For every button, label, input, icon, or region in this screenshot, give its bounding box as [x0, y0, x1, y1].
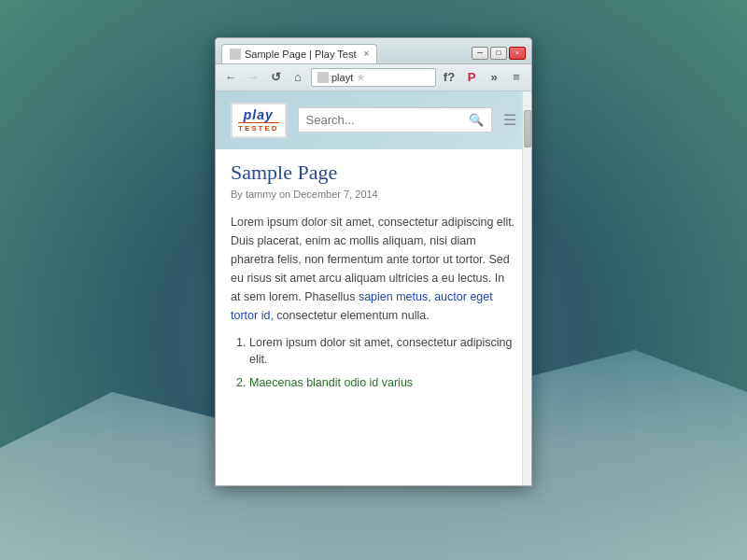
- hamburger-menu-icon[interactable]: ☰: [503, 111, 516, 129]
- title-bar: Sample Page | Play Test × ─ □ ×: [216, 38, 531, 64]
- scrollbar[interactable]: [522, 91, 531, 485]
- nav-bar: ← → ↺ ⌂ playt ★ f? P » ≡: [216, 64, 531, 91]
- search-bar[interactable]: 🔍: [298, 107, 492, 133]
- body-paragraph: Lorem ipsum dolor sit amet, consectetur …: [231, 213, 516, 325]
- page-favicon: [317, 72, 329, 83]
- window-controls: ─ □ ×: [472, 47, 526, 63]
- forward-button[interactable]: →: [244, 70, 262, 84]
- list-item: Maecenas blandit odio id varius: [249, 374, 516, 392]
- site-logo: play TESTED: [231, 103, 287, 138]
- tab-title: Sample Page | Play Test: [245, 49, 356, 60]
- page-meta: By tammy on December 7, 2014: [231, 189, 516, 200]
- font-button[interactable]: f?: [440, 70, 458, 84]
- menu-button[interactable]: ≡: [507, 70, 526, 84]
- minimize-button[interactable]: ─: [472, 47, 488, 60]
- close-button[interactable]: ×: [509, 47, 526, 60]
- maximize-button[interactable]: □: [490, 47, 507, 60]
- address-bar[interactable]: playt ★: [311, 68, 436, 87]
- page-content: Sample Page By tammy on December 7, 2014…: [216, 149, 531, 485]
- browser-window: Sample Page | Play Test × ─ □ × ← → ↺ ⌂ …: [215, 37, 532, 486]
- search-icon: 🔍: [469, 113, 484, 127]
- logo-play-text: play: [238, 108, 279, 121]
- scrollbar-thumb[interactable]: [524, 110, 531, 147]
- body-link-1[interactable]: sapien metus, auctor: [359, 290, 467, 303]
- list-item-1-text: Lorem ipsum dolor sit amet, consectetur …: [249, 336, 512, 367]
- webpage-wrapper: play TESTED 🔍 ☰ Sample Page By tammy on …: [216, 91, 531, 485]
- bookmark-star-icon[interactable]: ★: [356, 71, 366, 84]
- logo-tested-text: TESTED: [238, 122, 279, 133]
- back-button[interactable]: ←: [221, 70, 240, 84]
- refresh-button[interactable]: ↺: [266, 70, 285, 84]
- body-text-end: consectetur elementum nulla.: [276, 309, 429, 322]
- search-input[interactable]: [306, 113, 463, 127]
- pinterest-button[interactable]: P: [462, 70, 481, 84]
- list-item-2-link[interactable]: Maecenas blandit odio id varius: [249, 376, 413, 389]
- page-body: Lorem ipsum dolor sit amet, consectetur …: [231, 213, 516, 392]
- page-list: Lorem ipsum dolor sit amet, consectetur …: [231, 334, 516, 392]
- more-button[interactable]: »: [485, 70, 503, 84]
- address-text: playt: [331, 72, 353, 83]
- home-button[interactable]: ⌂: [289, 70, 307, 84]
- site-header: play TESTED 🔍 ☰: [216, 91, 531, 149]
- webpage: play TESTED 🔍 ☰ Sample Page By tammy on …: [216, 91, 531, 485]
- list-item: Lorem ipsum dolor sit amet, consectetur …: [249, 334, 516, 370]
- tab-favicon: [230, 49, 241, 60]
- page-title: Sample Page: [231, 161, 516, 185]
- tab-close-button[interactable]: ×: [363, 49, 369, 59]
- active-tab[interactable]: Sample Page | Play Test ×: [221, 44, 377, 63]
- tab-bar: Sample Page | Play Test ×: [221, 44, 377, 63]
